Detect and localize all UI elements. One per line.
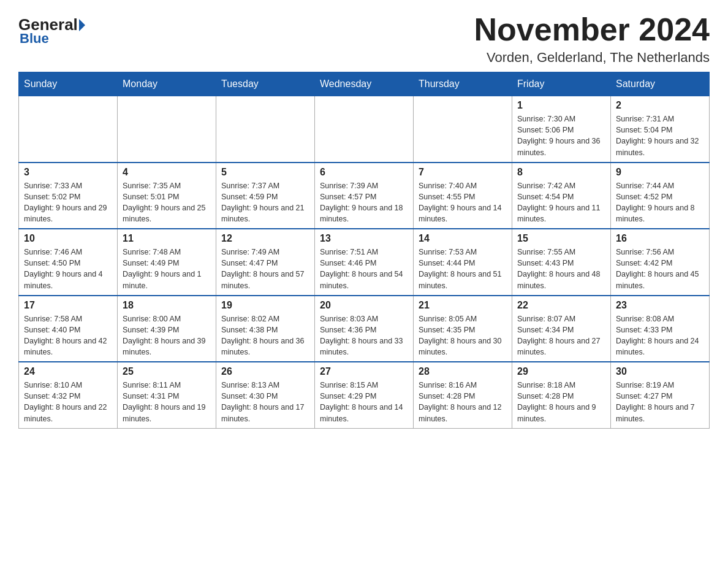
calendar-cell: 14Sunrise: 7:53 AM Sunset: 4:44 PM Dayli… <box>414 229 512 296</box>
calendar-cell: 10Sunrise: 7:46 AM Sunset: 4:50 PM Dayli… <box>19 229 118 296</box>
calendar-cell: 29Sunrise: 8:18 AM Sunset: 4:28 PM Dayli… <box>512 362 611 428</box>
day-info: Sunrise: 8:16 AM Sunset: 4:28 PM Dayligh… <box>419 380 507 424</box>
day-number: 11 <box>123 233 211 244</box>
col-header-monday: Monday <box>118 72 216 96</box>
day-number: 22 <box>517 300 605 311</box>
day-number: 24 <box>24 366 112 377</box>
col-header-sunday: Sunday <box>19 72 118 96</box>
calendar-cell: 26Sunrise: 8:13 AM Sunset: 4:30 PM Dayli… <box>216 362 315 428</box>
day-number: 7 <box>419 167 507 178</box>
day-number: 3 <box>24 167 112 178</box>
calendar-cell: 16Sunrise: 7:56 AM Sunset: 4:42 PM Dayli… <box>611 229 710 296</box>
logo-blue-text: Blue <box>18 31 49 47</box>
day-info: Sunrise: 8:13 AM Sunset: 4:30 PM Dayligh… <box>221 380 309 424</box>
day-info: Sunrise: 8:10 AM Sunset: 4:32 PM Dayligh… <box>24 380 112 424</box>
title-block: November 2024 Vorden, Gelderland, The Ne… <box>474 12 710 66</box>
day-number: 25 <box>123 366 211 377</box>
calendar-cell: 23Sunrise: 8:08 AM Sunset: 4:33 PM Dayli… <box>611 296 710 362</box>
day-number: 6 <box>320 167 408 178</box>
calendar-cell: 22Sunrise: 8:07 AM Sunset: 4:34 PM Dayli… <box>512 296 611 362</box>
day-number: 2 <box>616 100 704 111</box>
col-header-thursday: Thursday <box>414 72 512 96</box>
calendar-cell: 1Sunrise: 7:30 AM Sunset: 5:06 PM Daylig… <box>512 96 611 163</box>
day-info: Sunrise: 7:35 AM Sunset: 5:01 PM Dayligh… <box>123 180 211 225</box>
calendar-cell: 5Sunrise: 7:37 AM Sunset: 4:59 PM Daylig… <box>216 163 315 229</box>
calendar-cell: 2Sunrise: 7:31 AM Sunset: 5:04 PM Daylig… <box>611 96 710 163</box>
calendar-cell: 28Sunrise: 8:16 AM Sunset: 4:28 PM Dayli… <box>414 362 512 428</box>
day-info: Sunrise: 7:58 AM Sunset: 4:40 PM Dayligh… <box>24 313 112 358</box>
calendar-cell: 15Sunrise: 7:55 AM Sunset: 4:43 PM Dayli… <box>512 229 611 296</box>
day-info: Sunrise: 7:33 AM Sunset: 5:02 PM Dayligh… <box>24 180 112 225</box>
calendar-cell: 9Sunrise: 7:44 AM Sunset: 4:52 PM Daylig… <box>611 163 710 229</box>
day-number: 20 <box>320 300 408 311</box>
day-info: Sunrise: 7:51 AM Sunset: 4:46 PM Dayligh… <box>320 247 408 291</box>
day-info: Sunrise: 8:00 AM Sunset: 4:39 PM Dayligh… <box>123 313 211 358</box>
day-info: Sunrise: 7:49 AM Sunset: 4:47 PM Dayligh… <box>221 247 309 291</box>
day-info: Sunrise: 7:46 AM Sunset: 4:50 PM Dayligh… <box>24 247 112 291</box>
day-info: Sunrise: 8:18 AM Sunset: 4:28 PM Dayligh… <box>517 380 605 424</box>
col-header-friday: Friday <box>512 72 611 96</box>
calendar-cell: 20Sunrise: 8:03 AM Sunset: 4:36 PM Dayli… <box>315 296 414 362</box>
day-number: 19 <box>221 300 309 311</box>
calendar-cell: 17Sunrise: 7:58 AM Sunset: 4:40 PM Dayli… <box>19 296 118 362</box>
day-info: Sunrise: 7:48 AM Sunset: 4:49 PM Dayligh… <box>123 247 211 291</box>
day-info: Sunrise: 7:44 AM Sunset: 4:52 PM Dayligh… <box>616 180 704 225</box>
calendar-cell: 25Sunrise: 8:11 AM Sunset: 4:31 PM Dayli… <box>118 362 216 428</box>
calendar-cell: 4Sunrise: 7:35 AM Sunset: 5:01 PM Daylig… <box>118 163 216 229</box>
page-header: General Blue November 2024 Vorden, Gelde… <box>18 12 710 66</box>
day-info: Sunrise: 8:19 AM Sunset: 4:27 PM Dayligh… <box>616 380 704 424</box>
day-number: 12 <box>221 233 309 244</box>
day-number: 13 <box>320 233 408 244</box>
calendar-cell: 21Sunrise: 8:05 AM Sunset: 4:35 PM Dayli… <box>414 296 512 362</box>
calendar-cell: 19Sunrise: 8:02 AM Sunset: 4:38 PM Dayli… <box>216 296 315 362</box>
day-info: Sunrise: 8:11 AM Sunset: 4:31 PM Dayligh… <box>123 380 211 424</box>
calendar-cell: 30Sunrise: 8:19 AM Sunset: 4:27 PM Dayli… <box>611 362 710 428</box>
calendar-cell: 24Sunrise: 8:10 AM Sunset: 4:32 PM Dayli… <box>19 362 118 428</box>
calendar-cell: 7Sunrise: 7:40 AM Sunset: 4:55 PM Daylig… <box>414 163 512 229</box>
col-header-tuesday: Tuesday <box>216 72 315 96</box>
calendar-table: SundayMondayTuesdayWednesdayThursdayFrid… <box>18 72 710 429</box>
day-number: 10 <box>24 233 112 244</box>
day-number: 30 <box>616 366 704 377</box>
calendar-cell: 27Sunrise: 8:15 AM Sunset: 4:29 PM Dayli… <box>315 362 414 428</box>
day-number: 28 <box>419 366 507 377</box>
day-number: 18 <box>123 300 211 311</box>
day-number: 29 <box>517 366 605 377</box>
calendar-cell <box>315 96 414 163</box>
day-info: Sunrise: 8:07 AM Sunset: 4:34 PM Dayligh… <box>517 313 605 358</box>
day-info: Sunrise: 8:03 AM Sunset: 4:36 PM Dayligh… <box>320 313 408 358</box>
calendar-cell <box>118 96 216 163</box>
calendar-cell: 6Sunrise: 7:39 AM Sunset: 4:57 PM Daylig… <box>315 163 414 229</box>
day-number: 1 <box>517 100 605 111</box>
day-number: 26 <box>221 366 309 377</box>
day-info: Sunrise: 7:40 AM Sunset: 4:55 PM Dayligh… <box>419 180 507 225</box>
day-info: Sunrise: 7:53 AM Sunset: 4:44 PM Dayligh… <box>419 247 507 291</box>
day-number: 8 <box>517 167 605 178</box>
day-number: 16 <box>616 233 704 244</box>
calendar-cell <box>414 96 512 163</box>
calendar-cell <box>216 96 315 163</box>
calendar-cell: 8Sunrise: 7:42 AM Sunset: 4:54 PM Daylig… <box>512 163 611 229</box>
day-info: Sunrise: 7:31 AM Sunset: 5:04 PM Dayligh… <box>616 113 704 158</box>
day-number: 15 <box>517 233 605 244</box>
calendar-cell: 3Sunrise: 7:33 AM Sunset: 5:02 PM Daylig… <box>19 163 118 229</box>
day-number: 27 <box>320 366 408 377</box>
day-number: 9 <box>616 167 704 178</box>
day-info: Sunrise: 8:02 AM Sunset: 4:38 PM Dayligh… <box>221 313 309 358</box>
day-number: 21 <box>419 300 507 311</box>
day-info: Sunrise: 8:05 AM Sunset: 4:35 PM Dayligh… <box>419 313 507 358</box>
calendar-cell: 13Sunrise: 7:51 AM Sunset: 4:46 PM Dayli… <box>315 229 414 296</box>
day-info: Sunrise: 7:55 AM Sunset: 4:43 PM Dayligh… <box>517 247 605 291</box>
day-number: 17 <box>24 300 112 311</box>
day-info: Sunrise: 8:08 AM Sunset: 4:33 PM Dayligh… <box>616 313 704 358</box>
logo-arrow-icon <box>79 19 85 31</box>
calendar-cell: 18Sunrise: 8:00 AM Sunset: 4:39 PM Dayli… <box>118 296 216 362</box>
day-info: Sunrise: 7:30 AM Sunset: 5:06 PM Dayligh… <box>517 113 605 158</box>
location-subtitle: Vorden, Gelderland, The Netherlands <box>474 50 710 66</box>
day-info: Sunrise: 7:37 AM Sunset: 4:59 PM Dayligh… <box>221 180 309 225</box>
col-header-wednesday: Wednesday <box>315 72 414 96</box>
day-info: Sunrise: 7:42 AM Sunset: 4:54 PM Dayligh… <box>517 180 605 225</box>
day-number: 5 <box>221 167 309 178</box>
day-info: Sunrise: 7:56 AM Sunset: 4:42 PM Dayligh… <box>616 247 704 291</box>
day-number: 4 <box>123 167 211 178</box>
